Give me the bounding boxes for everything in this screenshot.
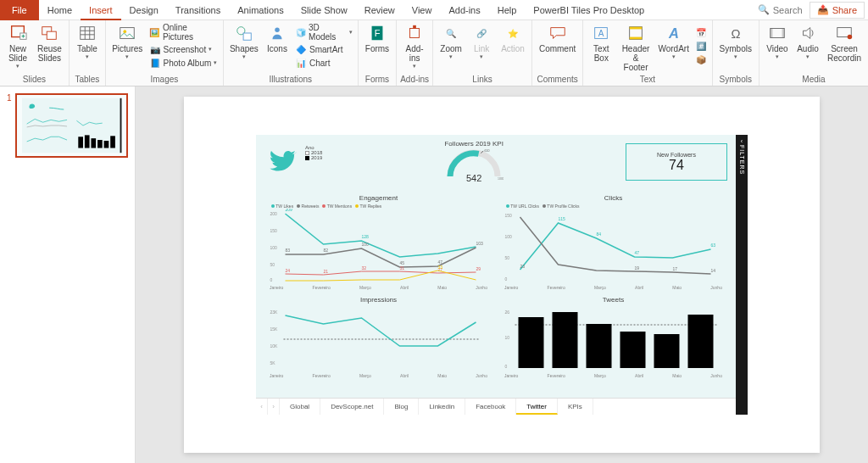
tab-slideshow[interactable]: Slide Show xyxy=(292,0,356,20)
svg-text:32: 32 xyxy=(362,265,367,271)
group-media: Video▾ Audio▾ Screen Recordin Media xyxy=(760,20,868,86)
audio-button[interactable]: Audio▾ xyxy=(793,22,822,62)
svg-text:23K: 23K xyxy=(270,310,279,315)
tab-help[interactable]: Help xyxy=(489,0,526,20)
svg-text:103: 103 xyxy=(476,241,484,246)
tab-home[interactable]: Home xyxy=(39,0,81,20)
smartart-button[interactable]: 🔷SmartArt xyxy=(293,42,354,56)
svg-text:100: 100 xyxy=(270,245,278,250)
zoom-button[interactable]: 🔍 Zoom▾ xyxy=(437,22,465,62)
group-forms: F Forms Forms xyxy=(359,20,397,86)
slide-canvas[interactable]: Ano 2018 2019 Followers 2019 KPI xyxy=(184,97,820,453)
dtab-twitter[interactable]: Twitter xyxy=(516,399,558,415)
svg-text:23: 23 xyxy=(520,264,526,269)
share-button[interactable]: 📤 Share xyxy=(810,2,865,19)
svg-text:63: 63 xyxy=(711,243,716,248)
workspace: 1 xyxy=(0,86,868,463)
svg-text:A: A xyxy=(598,29,604,38)
dtab-kpis[interactable]: KPIs xyxy=(558,399,593,415)
tab-transitions[interactable]: Transitions xyxy=(167,0,229,20)
svg-text:0: 0 xyxy=(270,277,273,282)
svg-rect-87 xyxy=(688,315,714,368)
svg-rect-3 xyxy=(47,31,57,39)
svg-rect-22 xyxy=(630,37,643,40)
action-button: ⭐ Action xyxy=(498,22,528,55)
svg-text:50: 50 xyxy=(270,262,275,267)
svg-text:128: 128 xyxy=(362,234,370,239)
svg-text:0: 0 xyxy=(505,276,508,282)
tab-nav-prev[interactable]: ‹ xyxy=(256,399,268,415)
tab-insert[interactable]: Insert xyxy=(81,0,121,20)
symbols-button[interactable]: Ω Symbols▾ xyxy=(716,22,755,62)
screen-recording-button[interactable]: Screen Recordin xyxy=(824,22,865,64)
group-illustrations: Shapes▾ Icons 🧊3D Models ▾ 🔷SmartArt 📊Ch… xyxy=(224,20,359,86)
tab-animations[interactable]: Animations xyxy=(229,0,292,20)
chart-button[interactable]: 📊Chart xyxy=(293,56,354,70)
slide-number-button[interactable]: #️⃣ xyxy=(693,39,709,53)
tweets-chart: Tweets 26100 xyxy=(499,296,727,398)
svg-text:15K: 15K xyxy=(270,326,279,332)
svg-text:200: 200 xyxy=(270,211,278,216)
video-button[interactable]: Video▾ xyxy=(763,22,792,62)
slide-thumbnail-1[interactable] xyxy=(15,93,128,158)
object-button[interactable]: 📦 xyxy=(693,53,709,66)
table-button[interactable]: Table▾ xyxy=(73,22,102,62)
date-time-button[interactable]: 📅 xyxy=(693,25,709,39)
ribbon: New Slide▾ Reuse Slides Slides Table▾ Ta… xyxy=(0,20,868,86)
svg-text:100: 100 xyxy=(505,234,513,239)
engagement-chart: Engagement TW Likes Retweets TW Mentions… xyxy=(264,194,492,296)
dtab-devscope[interactable]: DevScope.net xyxy=(320,399,384,415)
3d-models-button[interactable]: 🧊3D Models ▾ xyxy=(293,22,354,42)
photo-album-button[interactable]: 📘Photo Album ▾ xyxy=(147,56,220,70)
wordart-button[interactable]: A WordArt▾ xyxy=(656,22,692,62)
tab-view[interactable]: View xyxy=(403,0,441,20)
tab-design[interactable]: Design xyxy=(121,0,167,20)
tab-review[interactable]: Review xyxy=(356,0,403,20)
svg-rect-82 xyxy=(519,317,544,368)
group-text: A Text Box Header & Footer A WordArt▾ 📅 … xyxy=(583,20,712,86)
screenshot-button[interactable]: 📷Screenshot ▾ xyxy=(147,42,220,56)
reuse-slides-button[interactable]: Reuse Slides xyxy=(34,22,65,64)
svg-text:84: 84 xyxy=(597,232,602,237)
svg-rect-12 xyxy=(243,33,251,40)
tab-nav-next[interactable]: › xyxy=(268,399,280,415)
header-footer-button[interactable]: Header & Footer xyxy=(617,22,654,74)
svg-text:82: 82 xyxy=(324,248,329,253)
comment-button[interactable]: Comment xyxy=(536,22,579,55)
dtab-global[interactable]: Global xyxy=(280,399,320,415)
group-comments: Comment Comments xyxy=(532,20,583,86)
tab-file[interactable]: File xyxy=(0,0,39,20)
followers-kpi-gauge: Followers 2019 KPI 610 1000 542 xyxy=(329,140,619,189)
dtab-blog[interactable]: Blog xyxy=(384,399,419,415)
svg-rect-33 xyxy=(91,138,96,148)
new-slide-button[interactable]: New Slide▾ xyxy=(3,22,32,71)
slide-canvas-area[interactable]: Ano 2018 2019 Followers 2019 KPI xyxy=(136,86,868,463)
search-box[interactable]: 🔍 Search xyxy=(758,4,803,15)
svg-rect-31 xyxy=(78,137,83,148)
svg-rect-83 xyxy=(553,312,578,368)
dtab-facebook[interactable]: Facebook xyxy=(465,399,516,415)
svg-rect-32 xyxy=(84,135,89,148)
svg-point-13 xyxy=(275,28,280,33)
pictures-button[interactable]: Pictures▾ xyxy=(109,22,146,62)
tab-powerbi-tiles[interactable]: PowerBI Tiles Pro Desktop xyxy=(525,0,653,20)
share-icon: 📤 xyxy=(817,4,829,15)
addins-button[interactable]: Add- ins▾ xyxy=(400,22,429,71)
group-slides: New Slide▾ Reuse Slides Slides xyxy=(0,20,70,86)
filters-panel-collapsed[interactable]: ‹ FILTERS xyxy=(736,135,748,415)
forms-button[interactable]: F Forms xyxy=(362,22,392,55)
icons-button[interactable]: Icons xyxy=(263,22,292,55)
svg-text:150: 150 xyxy=(505,213,513,218)
tab-addins[interactable]: Add-ins xyxy=(440,0,488,20)
powerbi-dashboard: Ano 2018 2019 Followers 2019 KPI xyxy=(256,135,748,415)
svg-text:14: 14 xyxy=(711,268,716,273)
dtab-linkedin[interactable]: Linkedin xyxy=(419,399,465,415)
svg-text:33: 33 xyxy=(438,265,443,270)
online-pictures-button[interactable]: 🖼️Online Pictures xyxy=(147,22,220,42)
shapes-button[interactable]: Shapes▾ xyxy=(227,22,261,62)
svg-text:209: 209 xyxy=(286,209,293,212)
svg-text:47: 47 xyxy=(635,250,640,255)
textbox-button[interactable]: A Text Box xyxy=(587,22,615,64)
clicks-chart: Clicks TW URL Clicks TW Profile Clicks 1… xyxy=(499,194,727,296)
ribbon-tab-bar: File Home Insert Design Transitions Anim… xyxy=(0,0,868,20)
